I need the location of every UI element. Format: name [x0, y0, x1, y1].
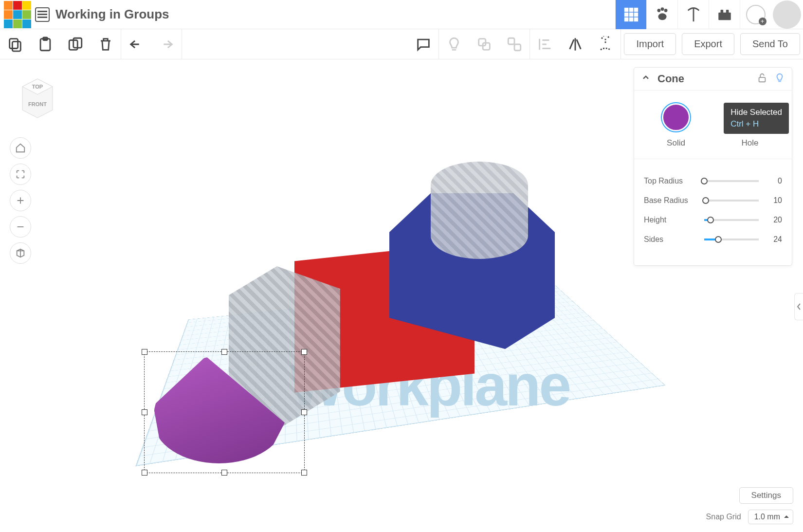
resize-handle[interactable]: [142, 470, 147, 476]
resize-handle[interactable]: [301, 470, 307, 476]
param-slider[interactable]: [704, 219, 759, 221]
svg-rect-6: [624, 17, 628, 21]
svg-rect-5: [634, 12, 638, 17]
send-to-button[interactable]: Send To: [740, 33, 800, 55]
svg-rect-16: [10, 38, 18, 48]
shape-name[interactable]: Cone: [657, 73, 684, 85]
viewcube-front-label: FRONT: [28, 101, 47, 107]
resize-handle[interactable]: [301, 409, 307, 415]
param-label: Base Radius: [644, 196, 697, 205]
user-avatar[interactable]: [773, 0, 801, 29]
main-toolbar: Import Export Send To: [0, 29, 803, 59]
project-title[interactable]: Working in Groups: [55, 7, 169, 22]
svg-rect-24: [509, 38, 515, 44]
shape-inspector-panel: Cone Hide Selected Ctrl + H Solid Hole T…: [634, 67, 792, 266]
show-all-button[interactable]: [439, 29, 469, 59]
param-slider[interactable]: [704, 200, 759, 202]
import-button[interactable]: Import: [624, 33, 676, 55]
param-value[interactable]: 0: [766, 177, 782, 185]
view-controls: [10, 137, 31, 264]
param-label: Height: [644, 216, 697, 224]
resize-handle[interactable]: [142, 349, 147, 355]
lock-icon[interactable]: [757, 73, 767, 85]
group-button[interactable]: [469, 29, 499, 59]
svg-point-12: [658, 13, 666, 20]
viewcube[interactable]: TOP FRONT: [18, 74, 57, 122]
shapes-panel-toggle[interactable]: [794, 293, 803, 320]
delete-button[interactable]: [91, 29, 121, 59]
fit-view-button[interactable]: [10, 164, 31, 185]
hide-tooltip: Hide Selected Ctrl + H: [724, 103, 789, 134]
3d-viewport[interactable]: TOP FRONT Workplane Cone: [0, 59, 803, 532]
resize-handle[interactable]: [142, 409, 147, 415]
mirror-button[interactable]: [560, 29, 590, 59]
lesson-list-icon[interactable]: [35, 7, 50, 22]
svg-rect-0: [624, 7, 628, 11]
svg-rect-3: [624, 12, 628, 17]
svg-rect-28: [759, 77, 766, 82]
svg-point-10: [660, 7, 664, 11]
svg-rect-7: [629, 17, 633, 21]
align-button[interactable]: [530, 29, 560, 59]
lego-brick-icon[interactable]: [709, 0, 740, 29]
scene-shapes: [127, 108, 589, 449]
snap-grid-label: Snap Grid: [706, 513, 741, 521]
param-label: Sides: [644, 235, 697, 244]
redo-button[interactable]: [151, 29, 182, 59]
app-header: Working in Groups: [0, 0, 803, 29]
param-value[interactable]: 20: [766, 216, 782, 224]
grid-settings-button[interactable]: Settings: [739, 487, 793, 504]
svg-rect-15: [726, 10, 729, 13]
viewcube-top-label: TOP: [32, 84, 43, 90]
collapse-icon[interactable]: [641, 73, 651, 85]
snap-grid-select[interactable]: 1.0 mm: [748, 510, 793, 524]
zoom-in-button[interactable]: [10, 190, 31, 211]
param-slider[interactable]: [704, 180, 759, 182]
parameter-sliders: Top Radius 0 Base Radius 10 Height 20 Si…: [634, 159, 792, 265]
param-row: Sides 24: [644, 235, 782, 244]
ortho-view-button[interactable]: [10, 242, 31, 264]
svg-rect-4: [629, 12, 633, 17]
export-button[interactable]: Export: [682, 33, 734, 55]
svg-rect-17: [12, 41, 20, 51]
param-row: Height 20: [644, 216, 782, 224]
solid-swatch[interactable]: [662, 103, 690, 131]
param-label: Top Radius: [644, 177, 697, 185]
param-row: Base Radius 10: [644, 196, 782, 205]
ungroup-button[interactable]: [499, 29, 529, 59]
param-row: Top Radius 0: [644, 177, 782, 185]
svg-point-11: [664, 9, 667, 12]
hole-label: Hole: [742, 138, 759, 148]
svg-rect-2: [634, 7, 638, 11]
resize-handle[interactable]: [221, 470, 227, 476]
notes-button[interactable]: [408, 29, 438, 59]
copy-button[interactable]: [0, 29, 30, 59]
resize-handle[interactable]: [301, 349, 307, 355]
svg-rect-14: [720, 10, 723, 13]
tinkercad-logo[interactable]: [4, 1, 31, 28]
solid-label: Solid: [667, 138, 685, 148]
invite-user-button[interactable]: [740, 0, 771, 29]
undo-button[interactable]: [121, 29, 151, 59]
selection-bounding-box[interactable]: [144, 351, 305, 473]
home-view-button[interactable]: [10, 137, 31, 159]
svg-point-9: [657, 9, 660, 12]
param-slider[interactable]: [704, 238, 759, 240]
param-value[interactable]: 24: [766, 235, 782, 244]
paste-button[interactable]: [30, 29, 60, 59]
svg-rect-1: [629, 7, 633, 11]
tooltip-shortcut: Ctrl + H: [730, 118, 782, 130]
resize-handle[interactable]: [221, 349, 227, 355]
tooltip-title: Hide Selected: [730, 107, 782, 118]
param-value[interactable]: 10: [766, 196, 782, 205]
shape-cylinder-hole[interactable]: [431, 162, 528, 259]
hide-icon[interactable]: [774, 73, 785, 85]
footer-controls: Settings Snap Grid 1.0 mm: [706, 510, 793, 524]
pickaxe-icon[interactable]: [677, 0, 709, 29]
workspace-3d-button[interactable]: [615, 0, 646, 29]
svg-rect-8: [634, 17, 638, 21]
paw-icon[interactable]: [646, 0, 677, 29]
duplicate-button[interactable]: [60, 29, 91, 59]
zoom-out-button[interactable]: [10, 216, 31, 238]
cruise-button[interactable]: [590, 29, 620, 59]
